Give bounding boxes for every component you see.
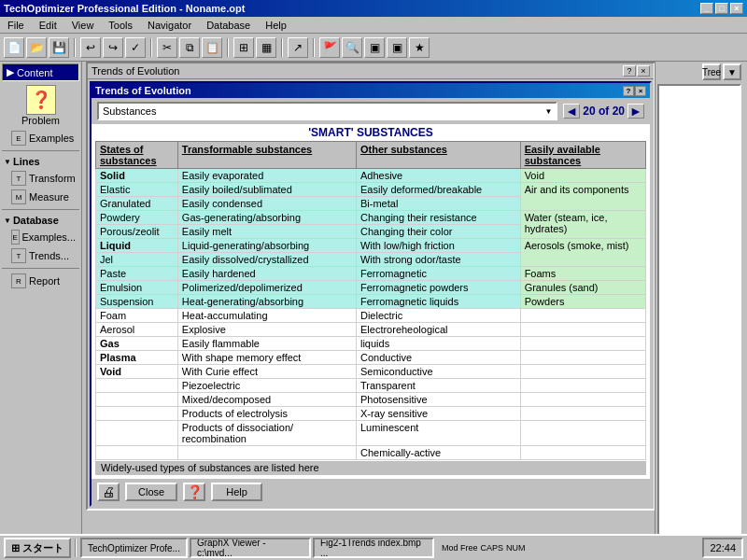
trends-outer-buttons: ? × [623,65,650,77]
start-label: スタート [22,541,63,555]
db-trends-item[interactable]: T Trends... [2,247,79,264]
transform-icon: T [11,171,26,186]
sidebar: ▶ Content ❓ Problem E Examples Lines T T… [0,62,82,560]
col-header-other: Other substances [356,142,520,169]
report-item[interactable]: R Report [2,273,79,289]
inner-close-button[interactable]: × [635,86,646,96]
toolbar-sep-1 [74,38,76,57]
mod-status: Mod Free [442,543,478,553]
measure-item[interactable]: M Measure [2,189,79,205]
new-button[interactable]: 📄 [4,37,24,58]
table-row [520,446,645,460]
table-row: Ferromagnetic liquids [356,295,520,309]
flag-button[interactable]: 🚩 [319,37,340,58]
dropdown-nav-bar: Substances ▼ ◄ 20 of 20 ► [92,98,650,124]
nav-next-button[interactable]: ► [627,104,644,119]
taskbar-item-2[interactable]: Fig2-1Trends index.bmp ... [313,538,434,558]
copy-button[interactable]: ⧉ [179,37,200,58]
taskbar-sep [75,539,77,557]
grid-button[interactable]: ⊞ [233,37,254,58]
check-button[interactable]: ✓ [125,37,146,58]
inner-help-button[interactable]: ? [623,86,634,96]
table-row: Easily evaporated [177,169,356,183]
table-row: Heat-accumulating [177,309,356,323]
lines-section[interactable]: Lines [2,155,79,168]
table-row: Electroreheological [356,323,520,337]
dialog-footer: 🖨 Close ❓ Help [92,479,650,505]
cut-button[interactable]: ✂ [157,37,177,58]
help-icon-button[interactable]: ❓ [183,483,205,501]
taskbar-item-0[interactable]: TechOptimizer Profe... [80,538,188,558]
trends-help-button[interactable]: ? [623,65,636,77]
examples-item[interactable]: E Examples [2,130,79,147]
table-row: Bi-metal [356,197,520,211]
table-row: Aerosols (smoke, mist) [520,239,645,267]
table-row: With Curie effect [177,365,356,379]
cursor-button[interactable]: ↗ [288,37,308,58]
table-container: 'SMART' SUBSTANCES States of substances … [92,124,650,479]
menu-bar: File Edit View Tools Navigator Database … [0,17,747,34]
table-row: Water (steam, ice, hydrates) [520,211,645,239]
dropdown-value: Substances [103,105,156,117]
divider-3 [2,268,79,269]
toolbar: 📄 📂 💾 ↩ ↪ ✓ ✂ ⧉ 📋 ⊞ ▦ ↗ 🚩 🔍 ▣ ▣ ★ [0,34,747,62]
table-row: Powdery [96,211,178,225]
help-footer-button[interactable]: Help [211,483,262,501]
start-button[interactable]: ⊞ スタート [4,538,71,558]
search-button[interactable]: 🔍 [342,37,362,58]
transform-item[interactable]: T Transform [2,170,79,187]
toolbar-sep-3 [227,38,229,57]
menu-help[interactable]: Help [261,19,290,32]
close-footer-button[interactable]: Close [125,483,177,501]
content-label: Content [17,67,53,78]
right-nav: Tree ▼ [657,63,741,80]
table-row [177,446,356,460]
tree-button[interactable]: Tree [702,63,721,80]
undo-button[interactable]: ↩ [80,37,101,58]
table-row: liquids [356,337,520,351]
print-button[interactable]: 🖨 [97,483,120,501]
right-nav-down[interactable]: ▼ [723,63,741,80]
box1-button[interactable]: ▣ [364,37,385,58]
menu-file[interactable]: File [4,19,28,32]
nav-prev-button[interactable]: ◄ [563,104,580,119]
menu-edit[interactable]: Edit [35,19,61,32]
menu-navigator[interactable]: Navigator [144,19,195,32]
close-button[interactable]: × [730,3,743,14]
star-button[interactable]: ★ [409,37,430,58]
table-row: Changing their color [356,225,520,239]
table-row: Heat-generating/absorbing [177,295,356,309]
db-examples-item[interactable]: E Examples... [2,229,79,245]
taskbar-item-1[interactable]: GraphX Viewer - c:\myd... [190,538,311,558]
table-row: Gas-generating/absorbing [177,211,356,225]
database-section[interactable]: Database [2,214,79,227]
redo-button[interactable]: ↪ [103,37,123,58]
table-row: With shape memory effect [177,351,356,365]
table-row: Easily boiled/sublimated [177,183,356,197]
caps-status: CAPS [480,543,503,553]
table-row: Conductive [356,351,520,365]
menu-database[interactable]: Database [203,19,254,32]
box2-button[interactable]: ▣ [387,37,407,58]
maximize-button[interactable]: □ [715,3,728,14]
menu-tools[interactable]: Tools [105,19,136,32]
minimize-button[interactable]: _ [700,3,713,14]
windows-icon: ⊞ [11,542,20,554]
nav-area: ◄ 20 of 20 ► [563,104,644,119]
menu-view[interactable]: View [68,19,98,32]
table-row: Products of dissociation/ recombination [177,421,356,446]
problem-label: Problem [21,115,60,126]
table-row: Jel [96,253,178,267]
content-button[interactable]: ▶ Content [2,63,79,81]
table-row [520,365,645,379]
open-button[interactable]: 📂 [26,37,47,58]
paste-button[interactable]: 📋 [202,37,222,58]
save-button[interactable]: 💾 [49,37,69,58]
table-button[interactable]: ▦ [256,37,276,58]
table-row: Foam [96,309,178,323]
table-row: Liquid-generating/absorbing [177,239,356,253]
divider-1 [2,150,79,151]
substances-dropdown[interactable]: Substances ▼ [97,102,557,120]
table-row: Semiconductive [356,365,520,379]
trends-close-button[interactable]: × [637,65,650,77]
